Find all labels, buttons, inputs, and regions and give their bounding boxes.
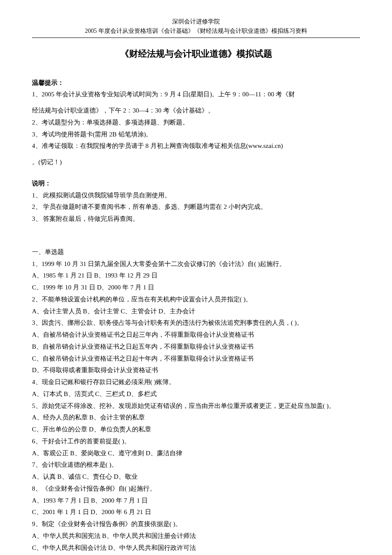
tips-header: 温馨提示：	[32, 77, 360, 89]
question-line: 8、《企业财务会计报告条例》自( )起施行。	[32, 483, 360, 495]
question-line: 2、不能单独设置会计机构的单位，应当在有关机构中设置会计人员并指定( )。	[32, 294, 360, 306]
tips-item: 3、考试均使用答题卡(需用 2B 铅笔填涂)。	[32, 129, 360, 141]
section1-header: 一、单选题	[32, 246, 360, 258]
question-line: A、自被吊销会计从业资格证书之日起三年内，不得重新取得会计从业资格证书	[32, 329, 360, 341]
question-line: A、认真 B、诚信 C、责任心 D、敬业	[32, 471, 360, 483]
question-line: A、1985 年 1 月 21 日 B、1993 年 12 月 29 日	[32, 270, 360, 282]
header-line-2: 2005 年度会计从业资格培训《会计基础》《财经法规与会计职业道德》模拟练习资料	[32, 26, 360, 36]
question-line: C、中华人民共和国会计法 D、中华人民共和国行政许可法	[32, 542, 360, 554]
question-line: A、订本式 B、活页式 C、三栏式 D、多栏式	[32, 388, 360, 400]
question-line: A、客观公正 B、爱岗敬业 C、遵守准则 D、廉洁自律	[32, 448, 360, 460]
question-line: 5、原始凭证不得涂改、挖补。发现原始凭证有错误的，应当由开出单位重开或者更正，更…	[32, 400, 360, 412]
notes-item: 2、 学员在做题时请不要查阅书本，所有单选、多选、判断题均需在 2 小时内完成。	[32, 201, 360, 213]
tips-item: 2、考试题型分为：单项选择题、多项选择题、判断题。	[32, 117, 360, 129]
question-line: A、经办人员的私章 B、会计主管的私章	[32, 412, 360, 424]
question-line: 7、会计职业道德的根本是( )。	[32, 459, 360, 471]
tips-item: 经法规与会计职业道德》，下午 2：30—4：30 考《会计基础》。	[32, 105, 360, 117]
question-line: C、开出单位的公章 D、单位负责人的私章	[32, 424, 360, 436]
question-line: B、自被吊销会计从业资格证书之日起五年内，不得重新取得会计从业资格证书	[32, 341, 360, 353]
question-line: A、1993 年 7 月 1 日 B、2000 年 7 月 1 日	[32, 495, 360, 507]
tips-item: 。(切记！)	[32, 156, 360, 168]
question-line: C、1999 年 10 月 31 日 D、2000 年 7 月 1 日	[32, 282, 360, 294]
page-header: 深圳会计进修学院 2005 年度会计从业资格培训《会计基础》《财经法规与会计职业…	[32, 17, 360, 38]
tips-item: 4、准考证领取：在我院报考的学员请于 8 月初上网查询领取准考证相关信息(www…	[32, 140, 360, 152]
tips-item: 1、2005 年会计从业资格专业知识考试时间为：9 月 4 日(星期日)。上午 …	[32, 89, 360, 101]
notes-item: 1、 此模拟测试题仅供我院辅导班学员自测使用。	[32, 190, 360, 202]
question-line: 6、干好会计工作的首要前提是( )。	[32, 436, 360, 448]
question-line: C、2001 年 1 月 1 日 D、2000 年 6 月 21 日	[32, 506, 360, 518]
question-line: D、不得取得或者重新取得会计从业资格证书	[32, 364, 360, 376]
question-line: 1、1999 年 10 月 31 日第九届全国人大常委会第十二次会议修订的《会计…	[32, 258, 360, 270]
document-title: 《财经法规与会计职业道德》模拟试题	[32, 46, 360, 62]
question-line: C、自被吊销会计从业资格证书之日起十年内，不得重新取得会计从业资格证书	[32, 353, 360, 365]
question-line: A、会计主管人员 B、会计主管 C、主管会计 D、主办会计	[32, 306, 360, 318]
header-line-1: 深圳会计进修学院	[32, 17, 360, 26]
question-line: 3、因贪污、挪用公款、职务侵占等与会计职务有关的违法行为被依法追究刑事责任的人员…	[32, 317, 360, 329]
question-line: 9、制定《企业财务会计报告条例》的直接依据是( )。	[32, 518, 360, 530]
notes-item: 3、 答案附在最后，待做完后再查阅。	[32, 213, 360, 225]
notes-header: 说明：	[32, 178, 360, 190]
question-line: A、中华人民共和国宪法 B、中华人民共和国注册会计师法	[32, 530, 360, 542]
question-line: 4、现金日记账和银行存款日记账必须采用( )账簿。	[32, 376, 360, 388]
